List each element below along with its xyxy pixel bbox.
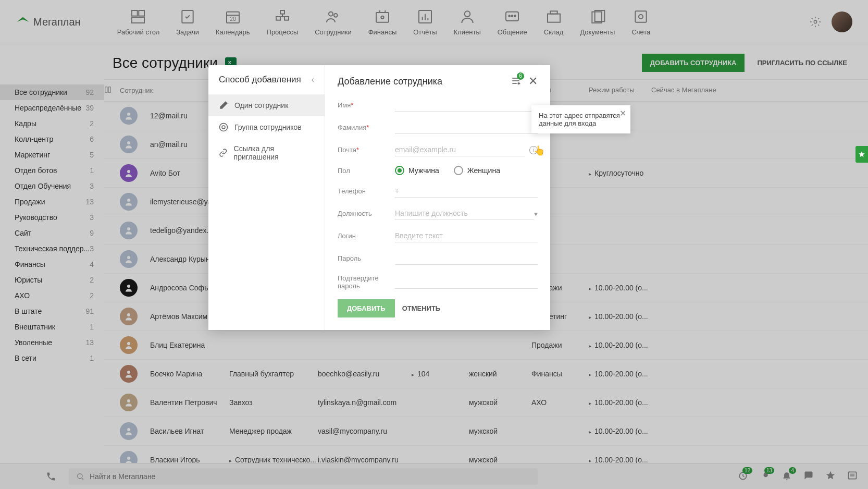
modal-title: Добавление сотрудника — [338, 76, 442, 87]
surname-field[interactable] — [395, 121, 538, 134]
opt-link[interactable]: Ссылка для приглашения — [208, 138, 325, 167]
email-tooltip: ✕ На этот адрес отправятся данные для вх… — [531, 105, 630, 133]
star-tab[interactable] — [855, 146, 868, 163]
email-field[interactable] — [395, 143, 525, 156]
login-field[interactable] — [395, 229, 538, 242]
confirm-field[interactable] — [395, 276, 538, 289]
submit-button[interactable]: ДОБАВИТЬ — [338, 299, 395, 317]
svg-point-49 — [222, 126, 225, 129]
cancel-button[interactable]: ОТМЕНИТЬ — [402, 299, 441, 317]
opt-group[interactable]: Группа сотрудников — [208, 116, 325, 138]
tooltip-close-icon[interactable]: ✕ — [619, 108, 626, 118]
position-field[interactable] — [395, 207, 534, 220]
gender-male[interactable]: Мужчина — [395, 166, 439, 175]
modal-left-title: Способ добавления — [219, 75, 301, 85]
filter-icon[interactable]: 6 — [511, 76, 521, 88]
add-employee-modal: Способ добавления ‹ Один сотрудник Групп… — [208, 65, 550, 330]
opt-single[interactable]: Один сотрудник — [208, 94, 325, 116]
password-field[interactable] — [395, 252, 538, 265]
cursor-icon: 👆 — [534, 145, 545, 156]
phone-field[interactable] — [395, 185, 538, 198]
chevron-down-icon[interactable]: ▾ — [534, 210, 538, 218]
name-field[interactable] — [395, 99, 538, 112]
back-icon[interactable]: ‹ — [312, 75, 314, 84]
close-icon[interactable]: ✕ — [528, 75, 538, 88]
gender-female[interactable]: Женщина — [454, 166, 500, 175]
